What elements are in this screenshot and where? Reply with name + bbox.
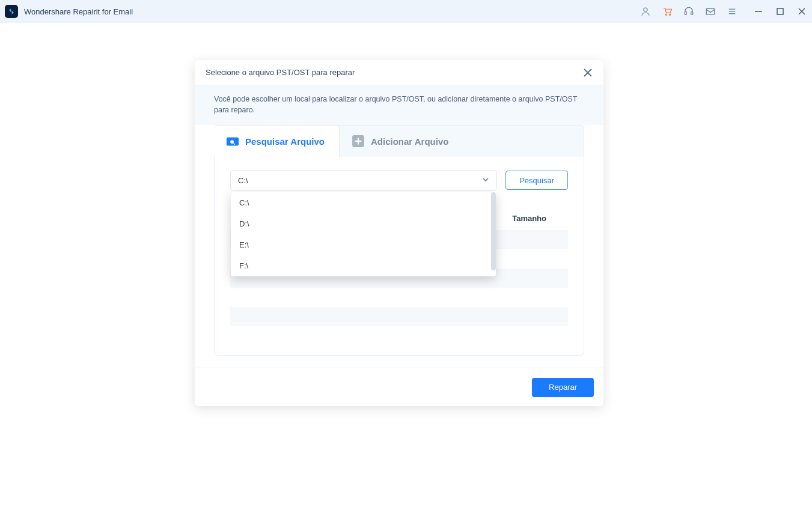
- account-icon[interactable]: [640, 6, 651, 17]
- add-icon: [352, 135, 365, 147]
- cart-icon[interactable]: [662, 6, 673, 17]
- chevron-down-icon: [482, 176, 489, 185]
- folder-search-icon: [226, 135, 239, 147]
- drive-select[interactable]: C:\ C:\ D:\ E:\ F:\: [230, 170, 497, 190]
- svg-point-2: [669, 14, 670, 15]
- tab-search-label: Pesquisar Arquivo: [245, 136, 325, 147]
- tabs: Pesquisar Arquivo Adicionar Arquivo: [215, 126, 584, 157]
- drive-option[interactable]: C:\: [231, 192, 496, 213]
- modal-title: Selecione o arquivo PST/OST para reparar: [206, 68, 583, 77]
- app-title: Wondershare Repairit for Email: [24, 7, 133, 16]
- titlebar: Wondershare Repairit for Email: [0, 0, 812, 23]
- repair-button[interactable]: Reparar: [532, 378, 594, 397]
- mail-icon[interactable]: [705, 6, 716, 17]
- menu-icon[interactable]: [727, 6, 737, 17]
- modal-close-icon[interactable]: [583, 68, 593, 77]
- window-close-icon[interactable]: [798, 7, 806, 16]
- table-row: [230, 288, 568, 307]
- svg-point-1: [665, 14, 667, 15]
- modal-header: Selecione o arquivo PST/OST para reparar: [195, 60, 603, 85]
- drive-option[interactable]: E:\: [231, 234, 496, 255]
- svg-rect-5: [706, 9, 715, 15]
- tab-add-file[interactable]: Adicionar Arquivo: [340, 126, 463, 157]
- drive-select-value: C:\: [238, 176, 248, 185]
- window-maximize-icon[interactable]: [776, 7, 784, 16]
- tab-search-file[interactable]: Pesquisar Arquivo: [214, 125, 340, 157]
- window-minimize-icon[interactable]: [754, 7, 763, 16]
- drive-dropdown: C:\ D:\ E:\ F:\: [231, 192, 496, 276]
- dropdown-scrollbar[interactable]: [491, 192, 496, 270]
- table-row: [230, 326, 568, 345]
- file-panel: Pesquisar Arquivo Adicionar Arquivo C:\: [214, 125, 584, 356]
- select-file-modal: Selecione o arquivo PST/OST para reparar…: [195, 60, 603, 406]
- column-size-header: Tamanho: [512, 214, 568, 223]
- svg-rect-4: [691, 12, 693, 15]
- modal-footer: Reparar: [195, 368, 603, 406]
- search-button[interactable]: Pesquisar: [505, 171, 568, 190]
- svg-rect-3: [685, 12, 686, 15]
- svg-point-16: [230, 140, 234, 144]
- app-logo: [5, 5, 18, 18]
- modal-description: Você pode escolher um local para localiz…: [195, 85, 603, 125]
- tab-add-label: Adicionar Arquivo: [371, 136, 448, 147]
- svg-rect-10: [777, 8, 783, 14]
- support-icon[interactable]: [683, 6, 694, 17]
- drive-option[interactable]: F:\: [231, 255, 496, 276]
- svg-point-0: [644, 8, 647, 11]
- table-row: [230, 307, 568, 326]
- drive-option[interactable]: D:\: [231, 213, 496, 234]
